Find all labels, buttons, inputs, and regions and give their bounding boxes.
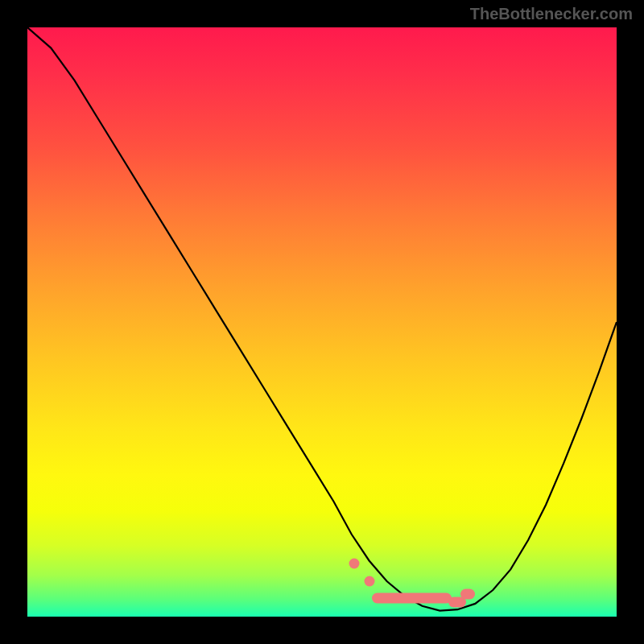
curve-line (27, 27, 617, 617)
attribution-text: TheBottlenecker.com (470, 5, 633, 23)
marker-bar (460, 589, 475, 600)
marker-bar (372, 592, 452, 603)
chart-plot-area (27, 27, 617, 617)
marker-dot (349, 559, 360, 569)
marker-dot (364, 576, 374, 587)
